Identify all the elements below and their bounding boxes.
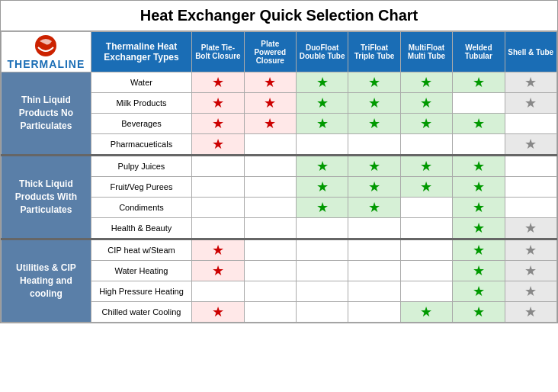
logo-cell: THERMALINE xyxy=(2,32,91,72)
star-red-icon: ★ xyxy=(212,116,224,131)
cell-0-2-2: ★ xyxy=(296,114,348,134)
cell-1-2-4 xyxy=(400,198,452,218)
star-red-icon: ★ xyxy=(264,95,276,111)
cell-2-3-5: ★ xyxy=(453,302,505,323)
cell-0-3-0: ★ xyxy=(192,134,244,156)
cell-2-2-1 xyxy=(244,281,296,302)
col-header-tie-bolt: Plate Tie-Bolt Closure xyxy=(192,32,244,72)
cell-2-3-1 xyxy=(244,302,296,323)
star-gray-icon: ★ xyxy=(524,220,537,236)
cell-2-3-4: ★ xyxy=(400,302,452,323)
star-green-icon: ★ xyxy=(368,179,380,194)
cell-0-1-0: ★ xyxy=(192,93,244,114)
star-green-icon: ★ xyxy=(420,304,432,320)
row-label: Pharmacueticals xyxy=(91,134,191,156)
cell-1-3-3 xyxy=(348,218,400,239)
col-header-powered: Plate Powered Closure xyxy=(244,32,296,72)
star-gray-icon: ★ xyxy=(524,137,537,152)
star-green-icon: ★ xyxy=(473,179,485,194)
star-gray-icon: ★ xyxy=(524,263,537,278)
star-gray-icon: ★ xyxy=(524,243,537,258)
row-label: CIP heat w/Steam xyxy=(91,239,191,261)
cell-0-2-0: ★ xyxy=(192,114,244,134)
cell-0-2-1: ★ xyxy=(244,114,296,134)
star-red-icon: ★ xyxy=(212,304,224,320)
star-green-icon: ★ xyxy=(473,304,485,320)
col-header-shell: Shell & Tube xyxy=(505,32,556,72)
cell-1-0-0 xyxy=(192,156,244,177)
cell-2-1-0: ★ xyxy=(192,261,244,281)
cell-0-0-2: ★ xyxy=(296,72,348,93)
cell-0-2-5: ★ xyxy=(453,114,505,134)
star-green-icon: ★ xyxy=(420,179,432,194)
cell-2-0-4 xyxy=(400,239,452,261)
row-label: Pulpy Juices xyxy=(91,156,191,177)
star-green-icon: ★ xyxy=(368,116,380,131)
cell-1-0-4: ★ xyxy=(400,156,452,177)
cell-1-2-5: ★ xyxy=(453,198,505,218)
star-green-icon: ★ xyxy=(368,159,380,174)
cell-0-0-3: ★ xyxy=(348,72,400,93)
cell-2-0-2 xyxy=(296,239,348,261)
cell-1-1-3: ★ xyxy=(348,177,400,198)
star-green-icon: ★ xyxy=(473,159,485,174)
cell-1-2-6 xyxy=(505,198,556,218)
cell-1-1-6 xyxy=(505,177,556,198)
star-red-icon: ★ xyxy=(212,263,224,278)
cell-1-2-3: ★ xyxy=(348,198,400,218)
selection-chart: THERMALINE Thermaline Heat Exchanger Typ… xyxy=(1,31,557,323)
cell-0-1-3: ★ xyxy=(348,93,400,114)
cell-1-0-5: ★ xyxy=(453,156,505,177)
row-label: Water Heating xyxy=(91,261,191,281)
page-container: Heat Exchanger Quick Selection Chart THE… xyxy=(0,0,558,323)
star-green-icon: ★ xyxy=(316,75,329,90)
star-green-icon: ★ xyxy=(420,75,432,90)
cell-0-1-5 xyxy=(453,93,505,114)
star-green-icon: ★ xyxy=(368,95,380,111)
cell-0-3-2 xyxy=(296,134,348,156)
col-header-duofloat: DuoFloat Double Tube xyxy=(296,32,348,72)
cell-0-1-4: ★ xyxy=(400,93,452,114)
cell-1-0-3: ★ xyxy=(348,156,400,177)
star-green-icon: ★ xyxy=(368,75,380,90)
cell-1-3-4 xyxy=(400,218,452,239)
row-label: Fruit/Veg Purees xyxy=(91,177,191,198)
cell-2-3-0: ★ xyxy=(192,302,244,323)
cell-0-3-4 xyxy=(400,134,452,156)
row-label: Beverages xyxy=(91,114,191,134)
cell-2-2-0 xyxy=(192,281,244,302)
cell-1-1-0 xyxy=(192,177,244,198)
cell-2-1-2 xyxy=(296,261,348,281)
star-green-icon: ★ xyxy=(368,200,380,215)
star-gray-icon: ★ xyxy=(524,284,537,299)
cell-2-2-2 xyxy=(296,281,348,302)
cell-2-0-5: ★ xyxy=(453,239,505,261)
star-green-icon: ★ xyxy=(473,116,485,131)
star-red-icon: ★ xyxy=(212,137,224,152)
cell-1-1-2: ★ xyxy=(296,177,348,198)
section-label-2: Utilities & CIP Heating and cooling xyxy=(2,239,91,323)
cell-0-0-6: ★ xyxy=(505,72,556,93)
row-label: Condiments xyxy=(91,198,191,218)
star-green-icon: ★ xyxy=(420,116,432,131)
cell-2-2-4 xyxy=(400,281,452,302)
star-green-icon: ★ xyxy=(316,179,329,194)
star-green-icon: ★ xyxy=(473,220,485,236)
star-red-icon: ★ xyxy=(212,75,224,90)
cell-0-1-1: ★ xyxy=(244,93,296,114)
star-gray-icon: ★ xyxy=(524,95,537,111)
row-label: Water xyxy=(91,72,191,93)
cell-1-1-5: ★ xyxy=(453,177,505,198)
cell-1-2-2: ★ xyxy=(296,198,348,218)
star-green-icon: ★ xyxy=(473,75,485,90)
cell-0-3-5 xyxy=(453,134,505,156)
star-green-icon: ★ xyxy=(316,200,329,215)
star-green-icon: ★ xyxy=(420,95,432,111)
cell-0-2-6 xyxy=(505,114,556,134)
cell-2-0-1 xyxy=(244,239,296,261)
star-red-icon: ★ xyxy=(212,95,224,111)
cell-2-2-3 xyxy=(348,281,400,302)
cell-1-3-6: ★ xyxy=(505,218,556,239)
star-green-icon: ★ xyxy=(316,95,329,111)
star-gray-icon: ★ xyxy=(524,304,537,320)
